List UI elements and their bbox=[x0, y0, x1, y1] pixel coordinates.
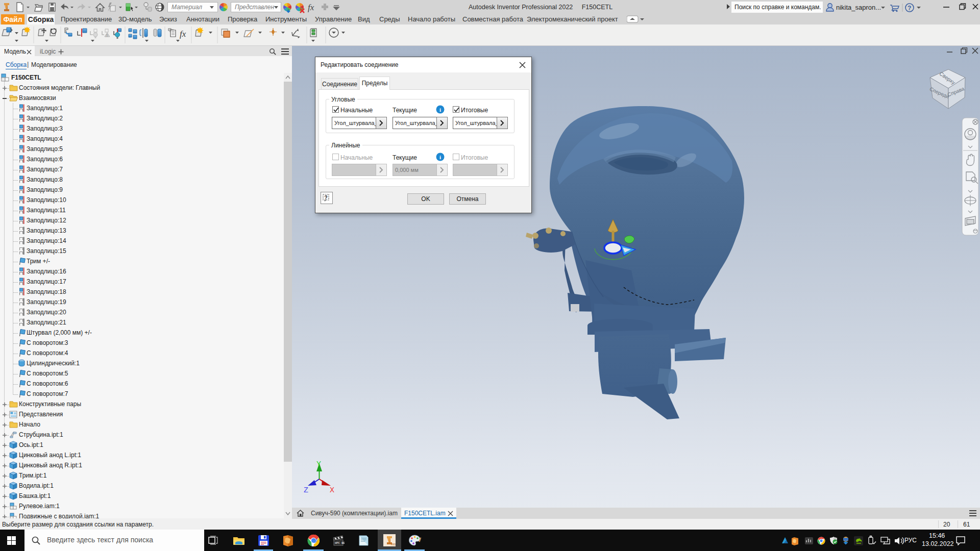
svg-text:nikita_sapron...: nikita_sapron... bbox=[836, 4, 881, 11]
svg-text:Y: Y bbox=[316, 460, 321, 469]
svg-text:?: ? bbox=[908, 5, 911, 12]
svg-text:i: i bbox=[439, 154, 441, 160]
svg-text:!: ! bbox=[107, 34, 108, 37]
svg-text:PRO: PRO bbox=[391, 543, 396, 546]
svg-text:i: i bbox=[439, 107, 441, 113]
svg-text:Z: Z bbox=[304, 486, 308, 495]
svg-text:fx: fx bbox=[180, 29, 186, 39]
svg-text:X: X bbox=[330, 486, 334, 495]
svg-text:fx: fx bbox=[308, 3, 314, 12]
svg-text:?: ? bbox=[324, 195, 327, 201]
svg-text:НРС ВЕ: НРС ВЕ bbox=[335, 541, 345, 545]
